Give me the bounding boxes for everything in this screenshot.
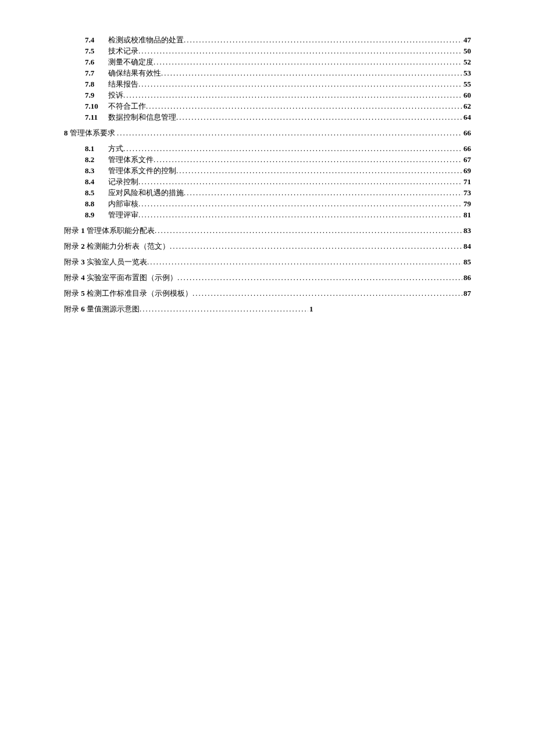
toc-entry-number: 7.8 <box>85 80 108 88</box>
toc-page-number: 55 <box>462 80 471 88</box>
toc-appendix-entry: 附录 5 检测工作标准目录（示例模板）87 <box>64 289 471 297</box>
toc-page-number: 53 <box>462 69 471 77</box>
toc-entry: 8.1方式66 <box>85 145 471 152</box>
toc-leader-dots <box>155 227 462 234</box>
toc-leader-dots <box>138 200 462 207</box>
document-page: 7.4检测或校准物品的处置477.5技术记录507.6测量不确定度527.7确保… <box>0 0 535 756</box>
toc-entry: 附录 6 量值溯源示意图1 <box>64 305 471 313</box>
toc-entry: 7.9投诉60 <box>85 91 471 99</box>
toc-page-number: 87 <box>462 289 471 297</box>
toc-entry: 附录 3 实验室人员一览表85 <box>64 258 471 266</box>
toc-entry-title: 应对风险和机遇的措施 <box>108 189 184 196</box>
toc-leader-dots <box>123 145 462 152</box>
toc-appendix-entry: 附录 2 检测能力分析表（范文）84 <box>64 242 471 250</box>
toc-appendix-entry: 附录 6 量值溯源示意图1 <box>64 305 471 313</box>
toc-entry-title: 投诉 <box>108 91 123 99</box>
toc-entry-title: 内部审核 <box>108 200 138 207</box>
toc-leader-dots <box>147 258 462 266</box>
toc-entry-number: 8.9 <box>85 211 108 218</box>
toc-leader-dots <box>138 80 462 88</box>
toc-page-number: 81 <box>462 211 471 218</box>
toc-section-8-items: 8.1方式668.2管理体系文件678.3管理体系文件的控制698.4记录控制7… <box>85 145 471 218</box>
toc-entry-number: 7.10 <box>85 102 108 110</box>
toc-entry-title: 附录 2 检测能力分析表（范文） <box>64 242 170 250</box>
toc-page-number: 84 <box>462 242 471 250</box>
toc-entry-number: 8.5 <box>85 189 108 196</box>
toc-entry: 8.4记录控制71 <box>85 178 471 185</box>
toc-appendix-entry: 附录 4 实验室平面布置图（示例）86 <box>64 274 471 281</box>
toc-entry-title: 管理体系文件的控制 <box>108 167 176 174</box>
toc-entry-title: 管理评审 <box>108 211 138 218</box>
toc-entry: 7.11 数据控制和信息管理 64 <box>85 113 471 121</box>
toc-page-number: 62 <box>462 102 471 110</box>
toc-appendices: 附录 1 管理体系职能分配表83附录 2 检测能力分析表（范文）84附录 3 实… <box>64 227 471 313</box>
toc-leader-dots <box>176 167 462 174</box>
toc-leader-dots <box>184 36 462 44</box>
toc-leader-dots <box>117 129 462 137</box>
toc-entry-title: 附录 1 管理体系职能分配表 <box>64 227 155 234</box>
toc-entry-title: 8 管理体系要求 <box>64 129 117 137</box>
toc-entry-number: 8.2 <box>85 156 108 163</box>
toc-page-number: 71 <box>462 178 471 185</box>
toc-page-number: 69 <box>462 167 471 174</box>
toc-leader-dots <box>177 274 462 281</box>
toc-leader-dots <box>146 102 462 110</box>
toc-entry-title: 附录 5 检测工作标准目录（示例模板） <box>64 289 192 297</box>
toc-entry-number: 7.11 <box>85 113 108 121</box>
toc-entry: 7.5技术记录50 <box>85 47 471 55</box>
toc-entry-number: 7.7 <box>85 69 108 77</box>
table-of-contents: 7.4检测或校准物品的处置477.5技术记录507.6测量不确定度527.7确保… <box>64 36 471 313</box>
toc-page-number: 67 <box>462 156 471 163</box>
toc-page-number: 73 <box>462 189 471 196</box>
toc-entry: 附录 1 管理体系职能分配表83 <box>64 227 471 234</box>
toc-appendix-entry: 附录 3 实验室人员一览表85 <box>64 258 471 266</box>
toc-entry-number: 7.4 <box>85 36 108 44</box>
toc-entry: 附录 5 检测工作标准目录（示例模板）87 <box>64 289 471 297</box>
toc-page-number: 47 <box>462 36 471 44</box>
toc-entry-title: 数据控制和信息管理 <box>108 113 176 121</box>
toc-entry-title: 检测或校准物品的处置 <box>108 36 184 44</box>
toc-entry-title: 结果报告 <box>108 80 138 88</box>
toc-entry-title: 不符合工作 <box>108 102 146 110</box>
toc-entry-title: 附录 3 实验室人员一览表 <box>64 258 147 266</box>
toc-page-number: 85 <box>462 258 471 266</box>
toc-page-number: 66 <box>462 129 471 137</box>
toc-entry-title: 记录控制 <box>108 178 138 185</box>
toc-page-number: 79 <box>462 200 471 207</box>
toc-entry-number: 8.8 <box>85 200 108 207</box>
toc-page-number: 64 <box>462 113 471 121</box>
toc-leader-dots <box>176 113 462 121</box>
toc-entry: 附录 4 实验室平面布置图（示例）86 <box>64 274 471 281</box>
toc-page-number: 52 <box>462 58 471 66</box>
toc-leader-dots <box>154 58 462 66</box>
toc-section-8-head: 8 管理体系要求 66 <box>64 129 471 137</box>
toc-leader-dots <box>138 211 462 218</box>
toc-page-number: 60 <box>462 91 471 99</box>
toc-entry: 8.8 内部审核 79 <box>85 200 471 207</box>
toc-leader-dots <box>138 178 462 185</box>
toc-appendix-entry: 附录 1 管理体系职能分配表83 <box>64 227 471 234</box>
toc-page-number: 1 <box>308 305 313 313</box>
toc-entry-title: 附录 4 实验室平面布置图（示例） <box>64 274 177 281</box>
toc-page-number: 83 <box>462 227 471 234</box>
toc-leader-dots <box>192 289 462 297</box>
toc-page-number: 86 <box>462 274 471 281</box>
toc-entry-title: 确保结果有效性 <box>108 69 161 77</box>
toc-entry: 7.4检测或校准物品的处置47 <box>85 36 471 44</box>
toc-entry: 8.2管理体系文件67 <box>85 156 471 163</box>
toc-leader-dots <box>138 47 462 55</box>
toc-entry-title: 附录 6 量值溯源示意图 <box>64 305 140 313</box>
toc-page-number: 50 <box>462 47 471 55</box>
toc-entry-number: 8.3 <box>85 167 108 174</box>
toc-entry: 8.5应对风险和机遇的措施73 <box>85 189 471 196</box>
toc-section-7-items: 7.4检测或校准物品的处置477.5技术记录507.6测量不确定度527.7确保… <box>85 36 471 121</box>
toc-entry: 8.9管理评审81 <box>85 211 471 218</box>
toc-entry-title: 技术记录 <box>108 47 138 55</box>
toc-entry: 7.6测量不确定度52 <box>85 58 471 66</box>
toc-entry-title: 测量不确定度 <box>108 58 154 66</box>
toc-entry-number: 8.4 <box>85 178 108 185</box>
toc-leader-dots <box>170 242 462 250</box>
toc-leader-dots <box>184 189 462 196</box>
toc-page-number: 66 <box>462 145 471 152</box>
toc-entry-title: 方式 <box>108 145 123 152</box>
